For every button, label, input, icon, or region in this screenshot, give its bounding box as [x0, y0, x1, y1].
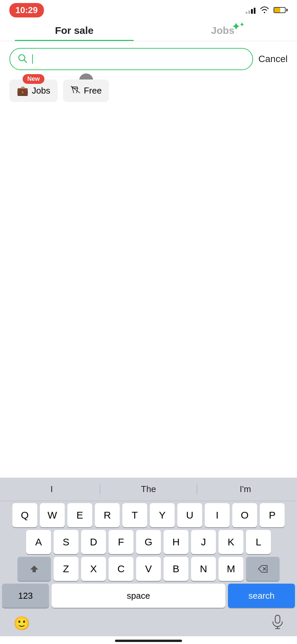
wifi-icon: [259, 6, 270, 14]
key-j[interactable]: J: [191, 530, 216, 554]
svg-line-1: [24, 60, 26, 62]
filter-chips: New 💼 Jobs Free: [0, 77, 297, 109]
key-v[interactable]: V: [136, 557, 161, 581]
key-h[interactable]: H: [164, 530, 188, 554]
key-r[interactable]: R: [95, 503, 120, 527]
free-chip-icon: [70, 85, 80, 97]
new-badge: New: [22, 74, 44, 84]
key-p[interactable]: P: [260, 503, 285, 527]
jobs-chip-icon: 💼: [17, 85, 28, 96]
key-u[interactable]: U: [177, 503, 202, 527]
key-o[interactable]: O: [232, 503, 257, 527]
key-t[interactable]: T: [122, 503, 147, 527]
content-area: [0, 109, 297, 297]
key-x[interactable]: X: [81, 557, 106, 581]
search-input[interactable]: [32, 54, 33, 64]
key-e[interactable]: E: [67, 503, 92, 527]
tab-bar: For sale Jobs ✦✦: [0, 19, 297, 41]
home-bar: [115, 640, 182, 642]
tab-jobs[interactable]: Jobs ✦✦: [148, 19, 297, 41]
key-s[interactable]: S: [54, 530, 78, 554]
signal-icon: [246, 6, 255, 14]
status-time: 10:29: [9, 3, 44, 17]
key-shift[interactable]: [17, 557, 51, 581]
keyboard-bottom-bar: 🙂: [0, 612, 297, 636]
key-c[interactable]: C: [109, 557, 133, 581]
key-i[interactable]: I: [205, 503, 230, 527]
svg-rect-4: [275, 615, 280, 623]
keyboard[interactable]: I The I'm Q W E R T Y U I O P A S D F G …: [0, 478, 297, 644]
key-y[interactable]: Y: [150, 503, 175, 527]
search-icon: [17, 53, 27, 65]
key-space[interactable]: space: [52, 584, 225, 608]
key-k[interactable]: K: [219, 530, 243, 554]
key-numbers[interactable]: 123: [2, 584, 49, 608]
search-area: Cancel: [0, 41, 297, 77]
status-icons: [246, 6, 288, 14]
emoji-icon[interactable]: 🙂: [13, 615, 30, 631]
suggestion-2[interactable]: The: [100, 484, 197, 494]
mic-icon[interactable]: [272, 614, 284, 632]
key-z[interactable]: Z: [54, 557, 78, 581]
key-m[interactable]: M: [219, 557, 243, 581]
free-chip-label: Free: [84, 86, 102, 96]
key-backspace[interactable]: [246, 557, 280, 581]
jobs-chip-label: Jobs: [32, 86, 50, 96]
key-l[interactable]: L: [246, 530, 271, 554]
key-n[interactable]: N: [191, 557, 216, 581]
key-search[interactable]: search: [228, 584, 295, 608]
status-bar: 10:29: [0, 0, 297, 19]
key-g[interactable]: G: [136, 530, 161, 554]
key-a[interactable]: A: [26, 530, 51, 554]
key-row-4: 123 space search: [2, 584, 295, 608]
suggestion-3[interactable]: I'm: [197, 484, 294, 494]
chip-jobs[interactable]: New 💼 Jobs: [9, 79, 58, 102]
tab-for-sale[interactable]: For sale: [0, 19, 148, 41]
search-box[interactable]: [9, 48, 253, 70]
key-b[interactable]: B: [164, 557, 188, 581]
key-q[interactable]: Q: [12, 503, 37, 527]
suggestions-bar: I The I'm: [0, 478, 297, 501]
key-row-3: Z X C V B N M: [2, 557, 295, 581]
battery-icon: [274, 7, 288, 13]
key-row-2: A S D F G H J K L: [2, 530, 295, 554]
sparkle-icon: ✦✦: [232, 22, 244, 32]
home-indicator: [0, 636, 297, 644]
suggestion-1[interactable]: I: [3, 484, 100, 494]
key-row-1: Q W E R T Y U I O P: [2, 503, 295, 527]
key-w[interactable]: W: [40, 503, 65, 527]
keys-area: Q W E R T Y U I O P A S D F G H J K L: [0, 501, 297, 612]
chip-free[interactable]: Free: [63, 79, 109, 102]
key-d[interactable]: D: [81, 530, 106, 554]
key-f[interactable]: F: [109, 530, 133, 554]
cancel-button[interactable]: Cancel: [258, 54, 288, 64]
